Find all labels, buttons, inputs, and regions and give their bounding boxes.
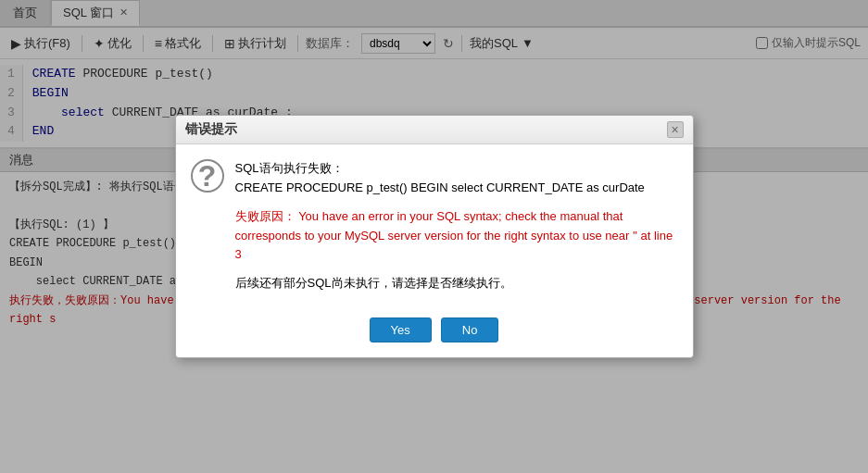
dialog-title: 错误提示 — [185, 121, 237, 138]
yes-button[interactable]: Yes — [370, 317, 432, 342]
failure-text: You have an error in your SQL syntax; ch… — [235, 209, 673, 262]
failure-detail: 失败原因： You have an error in your SQL synt… — [235, 207, 678, 265]
error-sql: CREATE PROCEDURE p_test() BEGIN select C… — [235, 180, 645, 194]
dialog-header: 错误提示 × — [176, 116, 693, 144]
dialog-footer: Yes No — [176, 308, 693, 357]
dialog-overlay: 错误提示 × ? SQL语句执行失败： CREATE PROCEDURE p_t… — [0, 0, 868, 473]
error-title-line: SQL语句执行失败： CREATE PROCEDURE p_test() BEG… — [235, 159, 678, 198]
no-button[interactable]: No — [441, 317, 499, 342]
error-title: SQL语句执行失败： — [235, 161, 344, 175]
dialog-text: SQL语句执行失败： CREATE PROCEDURE p_test() BEG… — [235, 159, 678, 293]
failure-label: 失败原因： — [235, 209, 296, 223]
question-icon: ? — [191, 159, 224, 193]
dialog-close-button[interactable]: × — [667, 121, 684, 138]
dialog-body: ? SQL语句执行失败： CREATE PROCEDURE p_test() B… — [176, 144, 693, 308]
error-dialog: 错误提示 × ? SQL语句执行失败： CREATE PROCEDURE p_t… — [175, 115, 694, 358]
continue-message: 后续还有部分SQL尚未执行，请选择是否继续执行。 — [235, 274, 678, 293]
